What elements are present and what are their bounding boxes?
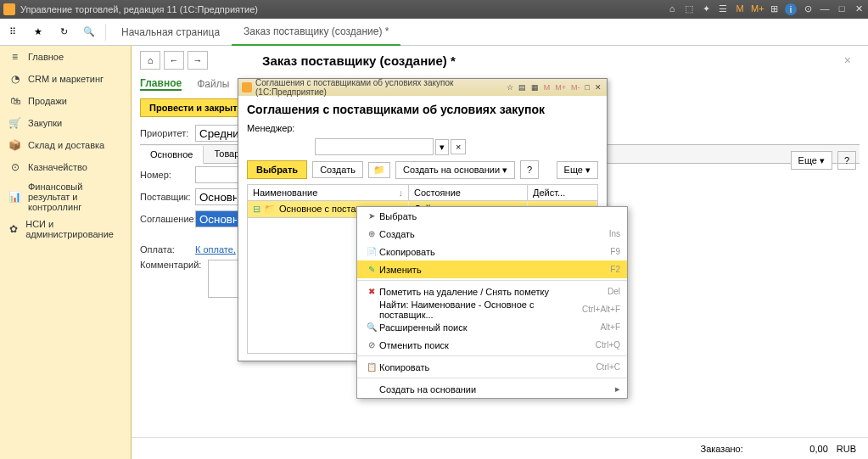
copy-icon: 📄 (364, 247, 379, 256)
agreement-field[interactable] (195, 210, 241, 227)
supplier-field[interactable] (195, 188, 241, 205)
manager-row: Менеджер: (247, 123, 598, 133)
chart-icon: 📊 (8, 191, 21, 203)
dialog-window-title: Соглашения с поставщиками об условиях за… (255, 78, 505, 97)
close-icon[interactable]: ✕ (853, 3, 865, 15)
sidebar-item-crm[interactable]: ◔CRM и маркетинг (0, 68, 131, 90)
context-menu: ➤Выбрать ⊕СоздатьIns 📄СкопироватьF9 ✎Изм… (356, 206, 628, 399)
ctx-edit[interactable]: ✎ИзменитьF2 (357, 260, 627, 278)
pencil-icon: ✎ (364, 265, 379, 274)
search-icon[interactable]: 🔍 (78, 21, 100, 43)
dialog-heading: Соглашения с поставщиками об условиях за… (247, 103, 598, 116)
ctx-select[interactable]: ➤Выбрать (357, 207, 627, 225)
titlebar-sys-icons: ⌂ ⬚ ✦ ☰ M M+ ⊞ i ⊙ — □ ✕ (666, 3, 865, 15)
comment-label: Комментарий: (140, 260, 208, 270)
dialog-ctrl-icon[interactable]: M (542, 83, 552, 92)
create-based-on-button[interactable]: Создать на основании ▾ (395, 161, 515, 179)
footer: Заказано: 0,00 RUB (132, 437, 868, 459)
tree-toggle-icon[interactable]: ⊟ (253, 204, 260, 214)
tab-order[interactable]: Заказ поставщику (создание) * (232, 19, 400, 46)
ctx-copy-item[interactable]: 📄СкопироватьF9 (357, 243, 627, 260)
history-icon[interactable]: ↻ (53, 21, 75, 43)
inner-tab-main[interactable]: Основное (140, 146, 204, 164)
th-state[interactable]: Состояние (409, 185, 528, 200)
plus-icon: ⊕ (364, 229, 379, 238)
create-group-button[interactable]: 📁 (368, 162, 390, 178)
dialog-ctrl-icon[interactable]: ▦ (529, 83, 540, 92)
forward-button[interactable]: → (188, 51, 208, 70)
box-icon: 📦 (8, 139, 21, 151)
tab-start-page[interactable]: Начальная страница (109, 19, 232, 46)
currency-label: RUB (837, 444, 856, 454)
sidebar-item-label: Продажи (28, 96, 67, 106)
help-icon[interactable]: i (785, 3, 797, 15)
dialog-ctrl-icon[interactable]: M+ (553, 83, 568, 92)
dialog-ctrl-icon[interactable]: ▤ (517, 83, 528, 92)
apps-icon[interactable]: ⠿ (2, 21, 24, 43)
dialog-ctrl-icon[interactable]: M- (569, 83, 582, 92)
dialog-more-button[interactable]: Еще ▾ (557, 161, 598, 179)
sales-icon: 🛍 (8, 95, 21, 107)
sidebar-item-label: Склад и доставка (28, 140, 104, 150)
back-button[interactable]: ← (164, 51, 184, 70)
ctx-find[interactable]: Найти: Наименование - Основное с поставщ… (357, 300, 627, 318)
sidebar-item-finance[interactable]: 📊Финансовый результат и контроллинг (0, 178, 131, 216)
home-button[interactable]: ⌂ (140, 51, 160, 70)
tab-main[interactable]: Главное (140, 77, 182, 91)
star-icon[interactable]: ★ (27, 21, 49, 43)
sidebar-item-treasury[interactable]: ⊙Казначейство (0, 156, 131, 178)
gear-icon: ✿ (8, 223, 19, 235)
create-button[interactable]: Создать (312, 161, 363, 178)
sys-icon[interactable]: ⬚ (683, 3, 695, 15)
sidebar-item-main[interactable]: ≡Главное (0, 46, 131, 68)
dialog-icon (242, 82, 252, 92)
dialog-maximize-icon[interactable]: □ (584, 83, 591, 92)
dialog-ctrl-icon[interactable]: ☆ (505, 83, 515, 92)
sys-icon[interactable]: ✦ (700, 3, 712, 15)
ctx-create[interactable]: ⊕СоздатьIns (357, 225, 627, 243)
close-page-button[interactable]: × (844, 53, 851, 67)
dialog-close-icon[interactable]: ✕ (593, 83, 603, 92)
sidebar-item-admin[interactable]: ✿НСИ и администрирование (0, 216, 131, 243)
sidebar-item-label: CRM и маркетинг (28, 74, 104, 84)
sidebar-item-purchases[interactable]: 🛒Закупки (0, 112, 131, 134)
supplier-label: Поставщик: (140, 192, 195, 202)
dialog-controls: ☆ ▤ ▦ M M+ M- □ ✕ (505, 83, 603, 92)
sidebar-item-warehouse[interactable]: 📦Склад и доставка (0, 134, 131, 156)
sys-icon[interactable]: ☰ (717, 3, 729, 15)
manager-clear-button[interactable]: × (451, 139, 466, 154)
help-button[interactable]: ? (837, 151, 856, 170)
sys-icon[interactable]: ⊞ (768, 3, 780, 15)
payment-label: Оплата: (140, 244, 195, 255)
dialog-toolbar: Выбрать Создать 📁 Создать на основании ▾… (247, 160, 598, 179)
number-label: Номер: (140, 170, 195, 180)
sidebar: ≡Главное ◔CRM и маркетинг 🛍Продажи 🛒Заку… (0, 46, 132, 459)
ctx-create-based-on[interactable]: Создать на основании▸ (357, 380, 627, 398)
sys-icon[interactable]: M+ (751, 3, 763, 15)
manager-input-row: ▾ × (247, 138, 598, 155)
maximize-icon[interactable]: □ (836, 3, 848, 15)
th-valid[interactable]: Дейст... (528, 185, 597, 200)
select-button[interactable]: Выбрать (247, 160, 307, 179)
ctx-cancel-search[interactable]: ⊘Отменить поискCtrl+Q (357, 336, 627, 354)
folder-icon: 📁 (264, 204, 276, 214)
manager-dropdown-button[interactable]: ▾ (435, 139, 449, 155)
dialog-help-button[interactable]: ? (520, 160, 539, 179)
manager-field[interactable] (315, 138, 434, 155)
sys-icon[interactable]: ⌂ (666, 3, 678, 15)
search-icon: 🔍 (364, 322, 379, 332)
more-button[interactable]: Еще ▾ (791, 151, 832, 170)
sidebar-item-label: НСИ и администрирование (25, 219, 122, 239)
save-close-button[interactable]: Провести и закрыть (140, 98, 252, 117)
payment-link[interactable]: К оплате, (195, 244, 236, 255)
sys-icon[interactable]: ⊙ (802, 3, 814, 15)
sidebar-item-sales[interactable]: 🛍Продажи (0, 90, 131, 112)
th-name[interactable]: Наименование ↓ (248, 185, 409, 200)
minimize-icon[interactable]: — (819, 3, 831, 15)
ctx-adv-search[interactable]: 🔍Расширенный поискAlt+F (357, 318, 627, 336)
ctx-copy-clipboard[interactable]: 📋КопироватьCtrl+C (357, 358, 627, 376)
tab-files[interactable]: Файлы (197, 78, 229, 90)
chevron-right-icon: ▸ (615, 383, 620, 395)
ctx-mark-delete[interactable]: ✖Пометить на удаление / Снять пометкуDel (357, 283, 627, 300)
sys-icon[interactable]: M (734, 3, 746, 15)
